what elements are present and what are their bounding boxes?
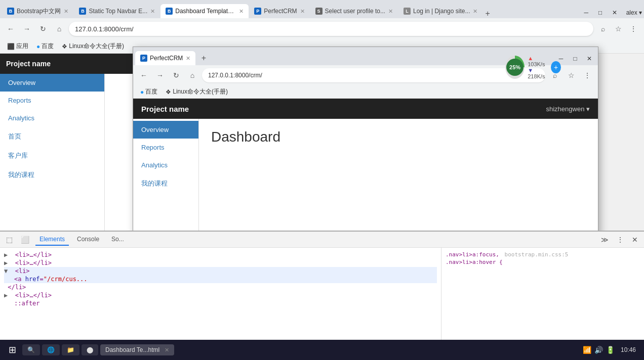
forward-button[interactable] <box>20 22 33 35</box>
devtools-device-toggle[interactable]: ⬜ <box>19 234 31 246</box>
taskbar-icon-edge: 🌐 <box>47 346 55 353</box>
expand-icon-1[interactable]: ▶ <box>4 251 8 258</box>
crm-sidebar-analytics-label: Analytics <box>141 161 168 169</box>
outer-sidebar-home[interactable]: 首页 <box>0 127 104 146</box>
bookmark-apps-label: 应用 <box>16 42 28 51</box>
speed-ext-btn[interactable]: + <box>551 61 561 73</box>
search-icon: ⌕ <box>601 25 605 33</box>
tab-bootstrap[interactable]: B Bootstrap中文网 <box>2 4 73 18</box>
inner-back-btn[interactable]: ← <box>137 69 150 82</box>
search-btn[interactable]: ⌕ <box>596 22 610 35</box>
inner-bookmark-baidu[interactable]: ● 百度 <box>137 86 160 97</box>
inner-bookmark-linux[interactable]: ❖ Linux命令大全(手册) <box>163 86 231 97</box>
tab-close-2[interactable] <box>150 8 155 15</box>
outer-sidebar-overview-label: Overview <box>8 79 35 86</box>
outer-sidebar-courses[interactable]: 我的课程 <box>0 165 104 185</box>
taskbar-icon-2[interactable]: 🌐 <box>42 344 60 355</box>
toolbar-right: ⌕ ☆ ⋮ <box>596 22 640 35</box>
bookmark-baidu-label: 百度 <box>42 42 54 51</box>
speed-down-value: 218K/s <box>528 73 545 79</box>
tray-battery-icon[interactable]: 🔋 <box>606 346 615 354</box>
inner-tab-label: PerfectCRM <box>150 55 183 62</box>
taskbar-icon-3[interactable]: 📁 <box>62 344 79 355</box>
inner-menu-btn[interactable]: ⋮ <box>581 69 594 82</box>
inner-star-btn[interactable]: ☆ <box>565 69 578 82</box>
devtools-tab-console[interactable]: Console <box>73 234 103 246</box>
back-button[interactable] <box>4 22 17 35</box>
star-icon: ☆ <box>615 25 622 33</box>
inner-reload-btn[interactable]: ↻ <box>170 69 183 82</box>
tab-label-3: Dashboard Template... <box>175 8 236 15</box>
inner-tab-close[interactable]: ✕ <box>186 55 190 62</box>
crm-sidebar-analytics[interactable]: Analytics <box>133 156 198 174</box>
taskbar-start[interactable]: ⊞ <box>4 342 20 358</box>
devtools-element-picker[interactable]: ⬚ <box>4 234 15 246</box>
tab-login[interactable]: L Log in | Django site... <box>398 4 483 18</box>
crm-sidebar-reports[interactable]: Reports <box>133 139 198 156</box>
devtools-dom-line-3[interactable]: ▼ <li> <box>4 267 437 275</box>
crm-sidebar-courses[interactable]: 我的课程 <box>133 174 198 193</box>
tray-volume-icon[interactable]: 🔊 <box>594 346 603 354</box>
user-label[interactable]: alex ▾ <box>626 9 642 16</box>
tab-perfectcrm[interactable]: P PerfectCRM <box>249 4 309 18</box>
taskbar-icon-4[interactable]: ⬤ <box>82 344 98 355</box>
inner-new-tab-btn[interactable]: + <box>196 51 211 65</box>
bookmark-baidu[interactable]: ● 百度 <box>33 41 57 52</box>
tab-close-4[interactable] <box>300 8 305 15</box>
home-button[interactable] <box>53 22 66 35</box>
devtools-menu[interactable]: ⋮ <box>615 234 626 246</box>
tab-static[interactable]: B Static Top Navbar E... <box>74 4 160 18</box>
down-arrow: ▼ <box>528 67 533 73</box>
tab-favicon-3: B <box>166 8 173 15</box>
outer-sidebar-home-label: 首页 <box>8 132 21 140</box>
devtools-dom-line-6: ▶ <li>…</li> <box>4 291 437 299</box>
outer-sidebar-analytics[interactable]: Analytics <box>0 109 104 127</box>
css-file-ref-1[interactable]: bootstrap.min.css:5 <box>505 251 569 258</box>
address-bar-row: ⌕ ☆ ⋮ <box>0 18 644 39</box>
inner-home-icon: ⌂ <box>190 71 194 79</box>
devtools-tab-sources[interactable]: So... <box>107 234 128 246</box>
inner-close[interactable]: ✕ <box>583 54 596 63</box>
css-selector-2: .nav>li>a:hover { <box>446 259 503 265</box>
devtools-dom-line-4[interactable]: <a href="/crm/cus... <box>4 275 437 283</box>
devtools-tab-elements[interactable]: Elements <box>35 234 69 246</box>
outer-sidebar-overview[interactable]: Overview <box>0 74 104 92</box>
bookmark-btn[interactable]: ☆ <box>612 22 625 35</box>
inner-home-btn[interactable]: ⌂ <box>186 69 199 82</box>
inner-maximize[interactable]: □ <box>569 54 582 63</box>
tab-select-user[interactable]: S Select user profile to... <box>310 4 398 18</box>
tray-network-icon[interactable]: 📶 <box>583 346 591 354</box>
address-input[interactable] <box>69 22 593 36</box>
reload-button[interactable] <box>36 22 50 35</box>
taskbar-dashboard-item[interactable]: Dashboard Te...html ✕ <box>100 344 174 355</box>
new-tab-btn[interactable]: + <box>485 9 490 18</box>
taskbar-item-close[interactable]: ✕ <box>165 347 169 353</box>
inner-forward-btn[interactable]: → <box>153 69 167 82</box>
inner-address-input[interactable] <box>202 68 545 82</box>
devtools-dom-line-1: ▶ <li>…</li> <box>4 251 437 259</box>
tab-favicon-2: B <box>79 8 86 15</box>
up-arrow: ▲ <box>528 55 533 61</box>
devtools-more-tabs[interactable]: ≫ <box>599 234 611 246</box>
tab-close-1[interactable] <box>64 8 68 15</box>
tab-close-3[interactable] <box>239 8 244 15</box>
taskbar-icon-1[interactable]: 🔍 <box>22 344 40 355</box>
bookmark-linux[interactable]: ❖ Linux命令大全(手册) <box>59 41 127 52</box>
devtools-close[interactable]: ✕ <box>630 234 640 246</box>
bookmark-apps[interactable]: ⬛ 应用 <box>4 41 31 52</box>
outer-sidebar-customers[interactable]: 客户库 <box>0 146 104 165</box>
tab-close-6[interactable] <box>473 8 477 15</box>
browser-close[interactable]: ✕ <box>608 8 621 17</box>
browser-minimize[interactable]: ─ <box>580 8 593 17</box>
outer-sidebar-reports[interactable]: Reports <box>0 92 104 109</box>
browser-maximize[interactable]: □ <box>594 8 607 17</box>
expand-icon-6[interactable]: ▶ <box>4 292 8 299</box>
expand-icon-3[interactable]: ▼ <box>4 267 8 275</box>
menu-btn[interactable]: ⋮ <box>627 22 640 35</box>
tab-dashboard[interactable]: B Dashboard Template... <box>160 4 249 18</box>
crm-sidebar-overview[interactable]: Overview <box>133 121 198 139</box>
inner-tab-perfectcrm[interactable]: P PerfectCRM ✕ <box>135 51 195 65</box>
dom-tag-2: <li>…</li> <box>11 259 51 266</box>
expand-icon-2[interactable]: ▶ <box>4 259 8 266</box>
tab-close-5[interactable] <box>388 8 393 15</box>
